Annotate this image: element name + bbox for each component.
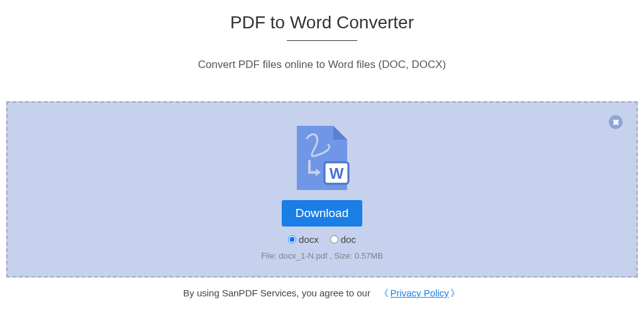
bracket-open: 《 [379, 288, 389, 298]
bracket-close: 》 [450, 288, 460, 298]
download-button[interactable]: Download [282, 200, 363, 227]
footer-agree-text: By using SanPDF Services, you agree to o… [183, 288, 370, 298]
radio-docx-label: docx [299, 234, 319, 245]
svg-text:W: W [330, 165, 344, 182]
radio-doc-input[interactable] [330, 235, 338, 244]
radio-docx[interactable]: docx [288, 234, 319, 245]
footer: By using SanPDF Services, you agree to o… [0, 288, 644, 300]
close-button[interactable]: ✖ [609, 115, 623, 129]
page-title: PDF to Word Converter [0, 13, 644, 33]
conversion-panel: ✖ W Download docx doc File: docx_1-N.pdf… [6, 101, 638, 277]
close-icon: ✖ [613, 118, 619, 127]
pdf-to-word-icon: W [293, 123, 351, 193]
format-radio-group: docx doc [288, 234, 356, 245]
file-info-text: File: docx_1-N.pdf , Size: 0.57MB [261, 251, 383, 260]
page-header: PDF to Word Converter Convert PDF files … [0, 0, 644, 71]
radio-docx-input[interactable] [288, 235, 296, 244]
radio-doc[interactable]: doc [330, 234, 356, 245]
radio-doc-label: doc [341, 234, 356, 245]
privacy-policy-link[interactable]: Privacy Policy [390, 288, 448, 298]
page-subtitle: Convert PDF files online to Word files (… [0, 59, 644, 71]
title-underline [287, 40, 357, 41]
